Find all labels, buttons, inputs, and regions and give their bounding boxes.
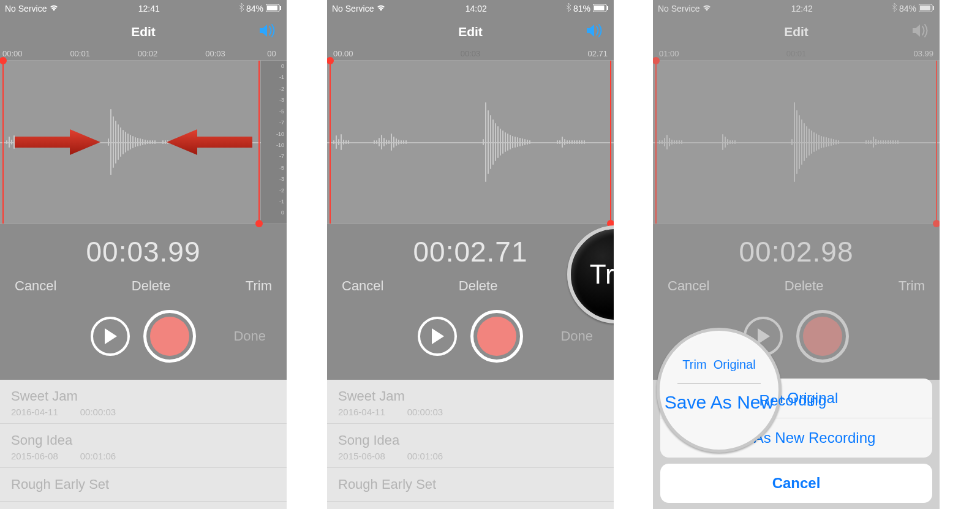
time-ruler: 00.00 00:03 02.71	[327, 49, 614, 60]
list-item[interactable]: Rough Early Set	[0, 468, 287, 502]
ruler-tick: 00:02	[138, 49, 205, 60]
speaker-icon[interactable]	[586, 23, 604, 40]
list-item-date: 2016-04-11	[338, 407, 385, 417]
list-item-duration: 00:01:06	[407, 451, 443, 461]
recordings-list[interactable]: Sweet Jam 2016-04-1100:00:03 Song Idea 2…	[327, 380, 614, 509]
delete-button[interactable]: Delete	[132, 278, 171, 294]
cancel-button[interactable]: Cancel	[342, 278, 383, 294]
phone-3: No Service 12:42 84% Edit 01:00 00:01 03…	[653, 0, 940, 509]
clock: 12:41	[138, 4, 160, 13]
list-item-title: Song Idea	[338, 432, 603, 448]
ruler-start: 00.00	[333, 49, 353, 60]
done-button[interactable]: Done	[560, 328, 593, 344]
battery-icon	[593, 4, 609, 13]
carrier-label: No Service	[332, 4, 374, 13]
phone-2: No Service 14:02 81% Edit 00.00 00:03 02…	[327, 0, 614, 509]
svg-rect-2	[267, 6, 277, 10]
list-item-title: Rough Early Set	[338, 477, 603, 492]
clock: 14:02	[466, 4, 487, 13]
phone-1: No Service 12:41 84% Edit 00:00 00:01 00…	[0, 0, 287, 509]
hint-arrow-left-icon	[167, 128, 252, 156]
wifi-icon	[376, 4, 386, 13]
trim-handle-right[interactable]	[258, 61, 260, 224]
bluetooth-icon	[566, 3, 571, 13]
list-item-duration: 00:00:03	[80, 407, 116, 417]
trim-handle-right[interactable]	[610, 61, 611, 224]
list-item[interactable]: Rough Early Set	[327, 468, 614, 502]
waveform-area[interactable]	[327, 60, 614, 224]
speaker-icon[interactable]	[258, 23, 277, 40]
ruler-tick: 00	[267, 49, 284, 60]
svg-rect-1	[280, 6, 281, 10]
list-item-title: Sweet Jam	[338, 388, 603, 404]
list-item-date: 2015-06-08	[11, 451, 58, 461]
playback-controls: Done	[0, 299, 287, 380]
playback-controls: Done	[327, 299, 614, 380]
list-item[interactable]: Sweet Jam 2016-04-1100:00:03	[0, 380, 287, 424]
list-item[interactable]: Song Idea 2015-06-0800:01:06	[0, 424, 287, 468]
waveform-area[interactable]: 0-1-2-3-5-7-10-10-7-5-3-2-10	[0, 60, 287, 224]
db-scale: 0-1-2-3-5-7-10-10-7-5-3-2-10	[261, 61, 287, 224]
done-button[interactable]: Done	[233, 328, 266, 344]
wifi-icon	[49, 4, 59, 13]
nav-title: Edit	[131, 25, 156, 39]
trim-actions: Cancel Delete Trim	[0, 276, 287, 299]
nav-bar: Edit	[327, 15, 614, 49]
list-item-date: 2015-06-08	[338, 451, 385, 461]
battery-percent: 84%	[246, 4, 263, 13]
status-bar: No Service 14:02 81%	[327, 0, 614, 15]
ruler-end: 02.71	[587, 49, 608, 60]
nav-bar: Edit	[0, 15, 287, 49]
callout-save-as-new: Trim Original Save As New Recording	[657, 328, 782, 453]
record-button[interactable]	[470, 310, 523, 363]
ruler-mid: 00:03	[461, 49, 481, 60]
time-ruler: 00:00 00:01 00:02 00:03 00	[0, 49, 287, 60]
ruler-tick: 00:00	[2, 49, 70, 60]
delete-button[interactable]: Delete	[459, 278, 498, 294]
list-item-duration: 00:01:06	[80, 451, 116, 461]
list-item[interactable]: Sweet Jam 2016-04-1100:00:03	[327, 380, 614, 424]
sheet-cancel[interactable]: Cancel	[660, 464, 932, 503]
battery-percent: 81%	[573, 4, 590, 13]
list-item-date: 2016-04-11	[11, 407, 58, 417]
status-bar: No Service 12:41 84%	[0, 0, 287, 15]
playhead-time: 00:03.99	[0, 224, 287, 276]
recordings-list[interactable]: Sweet Jam 2016-04-1100:00:03 Song Idea 2…	[0, 380, 287, 509]
trim-handle-left[interactable]	[330, 61, 331, 224]
ruler-tick: 00:03	[205, 49, 267, 60]
list-item[interactable]: Song Idea 2015-06-0800:01:06	[327, 424, 614, 468]
ruler-tick: 00:01	[70, 49, 137, 60]
svg-rect-5	[594, 6, 605, 10]
trim-handle-left[interactable]	[2, 61, 4, 224]
svg-rect-4	[607, 6, 608, 10]
play-button[interactable]	[418, 317, 457, 356]
bluetooth-icon	[239, 3, 244, 13]
play-button[interactable]	[91, 317, 130, 356]
cancel-button[interactable]: Cancel	[15, 278, 56, 294]
trim-button[interactable]: Trim	[246, 278, 272, 294]
record-button[interactable]	[143, 310, 196, 363]
list-item-duration: 00:00:03	[407, 407, 443, 417]
carrier-label: No Service	[5, 4, 47, 13]
battery-icon	[266, 4, 282, 13]
hint-arrow-right-icon	[15, 128, 100, 156]
list-item-title: Rough Early Set	[11, 477, 276, 492]
list-item-title: Song Idea	[11, 432, 276, 448]
list-item-title: Sweet Jam	[11, 388, 276, 404]
nav-title: Edit	[458, 25, 483, 39]
